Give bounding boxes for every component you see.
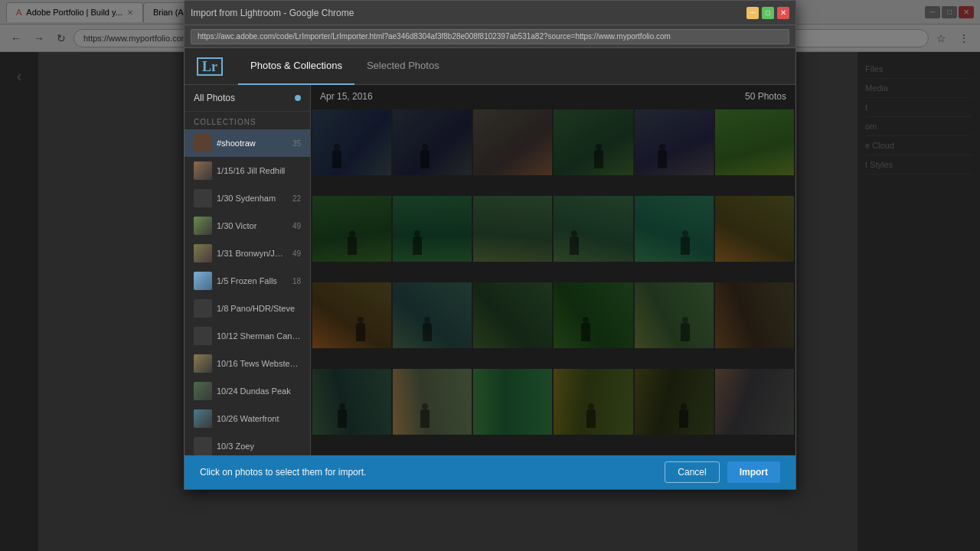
photo-figure-icon [586, 409, 596, 428]
collection-thumb-5 [194, 272, 212, 290]
modal-address-bar [185, 25, 795, 48]
photo-cell[interactable] [393, 109, 472, 175]
collection-item-5[interactable]: 1/5 Frozen Falls18 [185, 267, 310, 295]
modal-title: Import from Lightroom - Google Chrome [191, 8, 354, 18]
collection-thumb-8 [194, 354, 212, 373]
collection-name-3: 1/30 Victor [217, 221, 288, 230]
photo-cell[interactable] [393, 369, 472, 435]
photo-cell[interactable] [393, 282, 472, 348]
photo-figure-icon [356, 323, 365, 341]
collection-item-0[interactable]: #shootraw35 [185, 129, 310, 157]
photo-figure-icon [338, 409, 347, 428]
photo-figure-icon [420, 409, 430, 428]
collection-name-11: 10/3 Zoey [217, 442, 301, 451]
photo-cell[interactable] [312, 196, 391, 262]
modal-maximize-button[interactable]: □ [762, 7, 774, 19]
photo-cell[interactable] [635, 109, 714, 175]
collection-thumb-7 [194, 327, 212, 345]
collection-name-0: #shootraw [217, 139, 288, 148]
photo-figure-icon [679, 409, 688, 428]
cancel-button[interactable]: Cancel [665, 461, 719, 483]
collections-header: COLLECTIONS [185, 112, 310, 129]
collection-item-1[interactable]: 1/15/16 Jill Redhill [185, 157, 310, 184]
collection-name-6: 1/8 Pano/HDR/Steve [217, 304, 301, 313]
photo-cell[interactable] [473, 196, 552, 262]
collection-name-7: 10/12 Sherman Canter... [217, 331, 301, 341]
collection-thumb-2 [194, 189, 212, 207]
collection-item-8[interactable]: 10/16 Tews Websters P... [185, 350, 310, 377]
photo-cell[interactable] [473, 369, 552, 435]
collection-thumb-6 [194, 299, 212, 318]
modal-minimize-button[interactable]: ─ [746, 7, 759, 19]
collection-item-3[interactable]: 1/30 Victor49 [185, 212, 310, 240]
collection-thumb-1 [194, 161, 212, 180]
collection-thumb-4 [194, 244, 212, 262]
collection-name-1: 1/15/16 Jill Redhill [217, 166, 301, 175]
photo-cell[interactable] [715, 282, 794, 348]
photo-cell[interactable] [473, 282, 552, 348]
photo-figure-icon [423, 323, 432, 341]
photo-figure-icon [420, 150, 430, 168]
collection-name-4: 1/31 Bronwyn/Jesse [217, 249, 288, 258]
photo-cell[interactable] [715, 196, 794, 262]
collection-count-4: 49 [292, 249, 301, 258]
photo-cell[interactable] [715, 369, 794, 435]
photo-cell[interactable] [312, 282, 391, 348]
photo-cell[interactable] [554, 369, 632, 435]
lightroom-import-modal: Import from Lightroom - Google Chrome ─ … [184, 0, 796, 490]
collection-name-9: 10/24 Dundas Peak [217, 386, 301, 396]
collection-thumb-0 [194, 134, 212, 152]
photo-grid [311, 108, 795, 455]
collection-item-7[interactable]: 10/12 Sherman Canter... [185, 322, 310, 350]
photo-grid-area[interactable]: Apr 15, 2016 50 Photos [311, 85, 795, 455]
lr-body: All Photos COLLECTIONS #shootraw351/15/1… [185, 85, 795, 455]
modal-content: Lr Photos & Collections Selected Photos … [185, 48, 795, 489]
photo-figure-icon [681, 323, 690, 341]
modal-address-input[interactable] [191, 29, 789, 44]
collection-thumb-9 [194, 382, 212, 400]
collection-count-2: 22 [292, 194, 301, 203]
photo-header: Apr 15, 2016 50 Photos [311, 85, 795, 108]
all-photos-item[interactable]: All Photos [185, 85, 310, 112]
photo-cell[interactable] [715, 109, 794, 175]
photo-cell[interactable] [635, 282, 714, 348]
photo-date: Apr 15, 2016 [320, 91, 373, 102]
photo-figure-icon [332, 150, 341, 168]
photo-figure-icon [594, 150, 603, 168]
all-photos-label: All Photos [194, 93, 235, 103]
collection-item-9[interactable]: 10/24 Dundas Peak [185, 377, 310, 405]
import-button[interactable]: Import [727, 461, 780, 483]
collection-list: #shootraw351/15/16 Jill Redhill1/30 Syde… [185, 129, 310, 455]
photo-cell[interactable] [635, 196, 714, 262]
modal-window-controls: ─ □ ✕ [746, 7, 789, 19]
photo-cell[interactable] [312, 369, 391, 435]
footer-hint-text: Click on photos to select them for impor… [200, 467, 366, 478]
collection-count-5: 18 [292, 277, 301, 285]
collection-thumb-3 [194, 217, 212, 235]
tab-selected-photos[interactable]: Selected Photos [354, 48, 452, 85]
collection-item-6[interactable]: 1/8 Pano/HDR/Steve [185, 295, 310, 322]
photo-cell[interactable] [554, 196, 632, 262]
collection-name-2: 1/30 Sydenham [217, 194, 288, 203]
photo-cell[interactable] [393, 196, 472, 262]
collection-thumb-11 [194, 437, 212, 455]
collection-item-11[interactable]: 10/3 Zoey [185, 432, 310, 455]
photo-figure-icon [581, 323, 590, 341]
collection-item-4[interactable]: 1/31 Bronwyn/Jesse49 [185, 240, 310, 267]
photo-cell[interactable] [312, 109, 391, 175]
photo-cell[interactable] [554, 109, 632, 175]
lr-tabs: Photos & Collections Selected Photos [238, 48, 452, 85]
collection-count-3: 49 [292, 222, 301, 230]
photo-count: 50 Photos [745, 91, 786, 102]
photo-cell[interactable] [554, 282, 632, 348]
collection-thumb-10 [194, 409, 212, 428]
photo-figure-icon [413, 236, 422, 255]
photo-figure-icon [348, 236, 357, 255]
collection-item-10[interactable]: 10/26 Waterfront [185, 405, 310, 432]
footer-actions: Cancel Import [665, 461, 780, 483]
modal-close-button[interactable]: ✕ [777, 7, 789, 19]
collection-item-2[interactable]: 1/30 Sydenham22 [185, 184, 310, 212]
photo-cell[interactable] [473, 109, 552, 175]
photo-cell[interactable] [635, 369, 714, 435]
tab-photos-collections[interactable]: Photos & Collections [238, 48, 354, 85]
